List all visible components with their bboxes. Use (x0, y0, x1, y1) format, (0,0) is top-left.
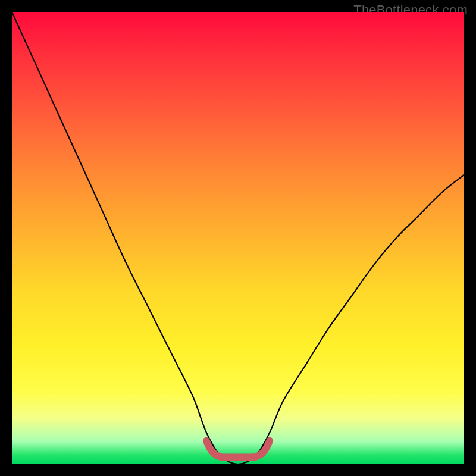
chart-frame: TheBottleneck.com (0, 0, 476, 476)
bottleneck-curve-path (12, 12, 464, 464)
curve-svg (12, 12, 464, 464)
plot-area (12, 12, 464, 464)
